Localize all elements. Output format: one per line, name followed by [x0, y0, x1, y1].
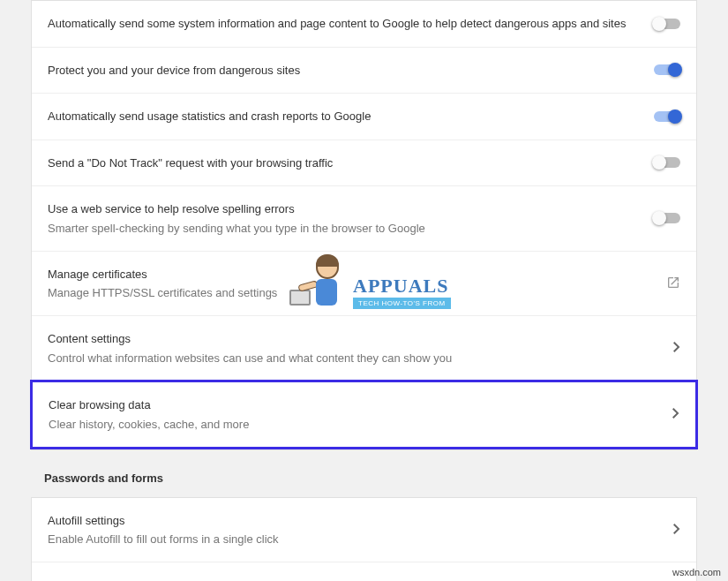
- privacy-protect-text: Protect you and your device from dangero…: [48, 62, 645, 79]
- privacy-sysinfo-title: Automatically send some system informati…: [48, 15, 645, 33]
- privacy-spell-subtitle: Smarter spell-checking by sending what y…: [48, 221, 645, 237]
- privacy-row-spell: Use a web service to help resolve spelli…: [32, 185, 696, 251]
- privacy-protect-toggle[interactable]: [654, 64, 680, 75]
- privacy-protect-title: Protect you and your device from dangero…: [48, 62, 645, 79]
- passwords-autofill-text: Autofill settings Enable Autofill to fil…: [48, 512, 645, 548]
- passwords-settings-panel: Autofill settings Enable Autofill to fil…: [31, 497, 697, 581]
- privacy-row-clear[interactable]: Clear browsing data Clear history, cooki…: [30, 380, 698, 449]
- privacy-settings-panel: Automatically send some system informati…: [31, 0, 697, 450]
- passwords-managepw-text: Manage passwords Offer to save your web …: [48, 577, 645, 581]
- privacy-certs-subtitle: Manage HTTPS/SSL certificates and settin…: [48, 285, 645, 301]
- privacy-sysinfo-toggle[interactable]: [654, 19, 680, 29]
- chevron-right-icon: [673, 342, 680, 355]
- privacy-row-dnt: Send a "Do Not Track" request with your …: [32, 140, 696, 186]
- privacy-content-text: Content settings Control what informatio…: [48, 330, 645, 366]
- privacy-row-certs[interactable]: Manage certificates Manage HTTPS/SSL cer…: [32, 251, 696, 316]
- privacy-content-title: Content settings: [48, 330, 645, 348]
- passwords-row-autofill[interactable]: Autofill settings Enable Autofill to fil…: [32, 498, 696, 562]
- privacy-spell-toggle[interactable]: [654, 213, 680, 223]
- privacy-usage-text: Automatically send usage statistics and …: [48, 108, 645, 125]
- privacy-clear-title: Clear browsing data: [49, 396, 644, 414]
- privacy-certs-text: Manage certificates Manage HTTPS/SSL cer…: [48, 266, 645, 302]
- passwords-row-managepw[interactable]: Manage passwords Offer to save your web …: [32, 562, 696, 581]
- external-link-icon[interactable]: [666, 275, 680, 292]
- privacy-spell-text: Use a web service to help resolve spelli…: [48, 200, 645, 237]
- privacy-usage-title: Automatically send usage statistics and …: [48, 108, 645, 125]
- privacy-clear-text: Clear browsing data Clear history, cooki…: [49, 396, 644, 433]
- privacy-content-subtitle: Control what information websites can us…: [48, 351, 645, 366]
- privacy-row-protect: Protect you and your device from dangero…: [32, 47, 696, 94]
- site-watermark: wsxdn.com: [672, 567, 721, 577]
- privacy-sysinfo-text: Automatically send some system informati…: [48, 15, 645, 33]
- privacy-row-usage: Automatically send usage statistics and …: [32, 93, 696, 140]
- passwords-autofill-subtitle: Enable Autofill to fill out forms in a s…: [48, 532, 645, 547]
- privacy-row-content[interactable]: Content settings Control what informatio…: [32, 315, 696, 381]
- chevron-right-icon: [672, 408, 679, 421]
- privacy-dnt-title: Send a "Do Not Track" request with your …: [48, 155, 645, 172]
- privacy-clear-subtitle: Clear history, cookies, cache, and more: [49, 417, 644, 433]
- privacy-dnt-text: Send a "Do Not Track" request with your …: [48, 155, 645, 172]
- chevron-right-icon: [673, 524, 680, 537]
- passwords-section-header: Passwords and forms: [0, 450, 728, 497]
- passwords-autofill-title: Autofill settings: [48, 512, 645, 530]
- privacy-certs-title: Manage certificates: [48, 266, 645, 283]
- privacy-row-sysinfo: Automatically send some system informati…: [32, 1, 696, 47]
- privacy-spell-title: Use a web service to help resolve spelli…: [48, 200, 645, 218]
- privacy-dnt-toggle[interactable]: [654, 157, 680, 168]
- privacy-usage-toggle[interactable]: [654, 111, 680, 122]
- passwords-managepw-title: Manage passwords: [48, 577, 645, 581]
